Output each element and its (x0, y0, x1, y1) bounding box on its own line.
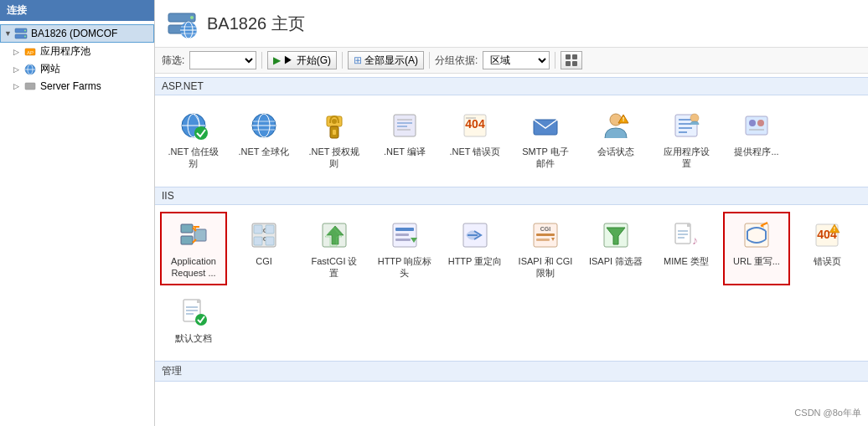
sidebar-item-apppool[interactable]: ▷ AP 应用程序池 (0, 43, 154, 60)
icons-grid-aspnet: .NET 信任级 别 .NET 全球化 .NET 授权规 则 .NET 编译 (155, 95, 868, 183)
icon-item-smtp[interactable]: SMTP 电子 邮件 (512, 102, 579, 177)
smtp-icon (529, 109, 562, 142)
icon-item-fastcgi[interactable]: FastCGI 设 置 (301, 212, 368, 286)
session-icon: ! (599, 109, 633, 142)
svg-rect-60 (194, 229, 206, 241)
svg-rect-58 (181, 224, 193, 233)
expand-arrow[interactable]: ▷ (13, 82, 22, 90)
show-all-button[interactable]: ⊞ 全部显示(A) (348, 51, 424, 69)
svg-rect-80 (536, 234, 555, 236)
svg-rect-9 (25, 83, 35, 90)
sidebar-item-label: 应用程序池 (40, 44, 90, 59)
svg-text:CGI: CGI (540, 226, 551, 232)
icon-item-mime[interactable]: ♪ MIME 类型 (653, 212, 720, 286)
sidebar-item-website[interactable]: ▷ 网站 (0, 60, 154, 78)
icon-item-default-doc[interactable]: 默认文档 (160, 289, 227, 351)
fastcgi-icon (318, 218, 351, 252)
svg-text:♪: ♪ (692, 234, 698, 247)
page-title: BA1826 主页 (207, 13, 305, 35)
svg-rect-21 (566, 61, 571, 66)
svg-text:!: ! (623, 115, 625, 123)
separator4 (555, 52, 555, 69)
separator3 (429, 52, 430, 69)
icon-item-http-response[interactable]: HTTP 响应标 头 (371, 212, 438, 286)
sidebar-item-serverfarms[interactable]: ▷ Server Farms (0, 78, 154, 95)
view-button[interactable] (561, 51, 582, 69)
svg-rect-87 (687, 223, 690, 227)
isapi-cgi-icon: CGI (529, 218, 562, 252)
icon-item-errors[interactable]: 404 ! 错误页 (793, 212, 860, 286)
main-area: BA1826 主页 筛选: ▶ ▶ 开始(G) ⊞ 全部显示(A) 分组依据: … (155, 0, 868, 426)
separator2 (342, 52, 343, 69)
icon-item-net-auth[interactable]: .NET 授权规 则 (301, 102, 368, 177)
arr-icon (177, 218, 210, 252)
start-button[interactable]: ▶ ▶ 开始(G) (267, 51, 337, 69)
icon-item-net-trust[interactable]: .NET 信任级 别 (160, 102, 227, 177)
icon-label-net-trust: .NET 信任级 别 (168, 146, 220, 170)
icon-item-provider[interactable]: 提供程序... (723, 102, 790, 177)
icon-item-appconfig[interactable]: 应用程序设 置 (653, 102, 720, 177)
icon-label-arr: Application Request ... (171, 255, 216, 280)
mime-icon: ♪ (669, 218, 703, 252)
sidebar-item-label: 网站 (40, 62, 60, 76)
icon-item-http-redirect[interactable]: HTTP 重定向 (442, 212, 509, 286)
icon-item-isapi-cgi[interactable]: CGI ISAPI 和 CGI 限制 (512, 212, 579, 286)
cgi-icon: CGI CGI (247, 218, 281, 252)
expand-arrow[interactable]: ▼ (4, 29, 13, 38)
sidebar: 连接 ▼ BA1826 (DOMCOF▷ AP 应用程序池▷ 网站▷ Serve… (0, 0, 155, 426)
expand-arrow[interactable]: ▷ (13, 65, 22, 74)
section-header-management: 管理 (155, 361, 868, 382)
section-iis: IIS Application Request ... CGI CGI CGI … (155, 187, 868, 358)
icon-item-net-globalization[interactable]: .NET 全球化 (230, 102, 297, 177)
svg-point-34 (332, 119, 337, 124)
toolbar: 筛选: ▶ ▶ 开始(G) ⊞ 全部显示(A) 分组依据: 区域 (155, 48, 868, 74)
section-aspnet: ASP.NET .NET 信任级 别 .NET 全球化 (155, 77, 868, 183)
svg-point-2 (24, 30, 26, 32)
icon-label-fastcgi: FastCGI 设 置 (311, 255, 357, 280)
icon-label-session: 会话状态 (597, 146, 634, 157)
net-errors-icon: 404 (458, 109, 492, 142)
icon-label-appconfig: 应用程序设 置 (664, 146, 710, 170)
default-doc-icon (177, 295, 210, 329)
filter-select[interactable] (189, 51, 256, 69)
svg-rect-81 (536, 239, 550, 241)
icons-grid-iis: Application Request ... CGI CGI CGI Fast… (155, 205, 868, 358)
website-icon (23, 63, 37, 76)
svg-rect-36 (394, 115, 416, 136)
net-auth-icon (318, 109, 351, 142)
sidebar-item-server[interactable]: ▼ BA1826 (DOMCOF (0, 24, 154, 43)
http-response-icon (388, 218, 421, 252)
svg-rect-59 (181, 236, 193, 244)
svg-rect-19 (566, 54, 571, 59)
svg-point-12 (190, 16, 194, 19)
icon-item-url-rewrite[interactable]: URL 重写... (723, 212, 790, 286)
svg-text:AP: AP (27, 50, 34, 55)
svg-rect-74 (395, 234, 409, 236)
net-trust-icon (177, 109, 210, 142)
icon-item-arr[interactable]: Application Request ... (160, 212, 227, 286)
separator1 (261, 52, 262, 69)
icon-item-net-errors[interactable]: 404 .NET 错误页 (442, 102, 509, 177)
icon-item-cgi[interactable]: CGI CGI CGI (230, 212, 297, 286)
icon-label-net-errors: .NET 错误页 (450, 146, 501, 157)
svg-rect-65 (254, 225, 262, 234)
svg-rect-66 (266, 225, 274, 234)
icon-label-net-compile: .NET 编译 (384, 146, 426, 157)
server-icon (14, 27, 28, 40)
title-bar: BA1826 主页 (155, 0, 868, 48)
isapi-filter-icon (599, 218, 633, 252)
watermark: CSDN @8o年单 (794, 407, 861, 419)
sidebar-item-label: Server Farms (40, 80, 101, 92)
icon-item-net-compile[interactable]: .NET 编译 (371, 102, 438, 177)
group-by-select[interactable]: 区域 (483, 51, 550, 69)
icon-label-http-redirect: HTTP 重定向 (448, 255, 503, 267)
icon-item-session[interactable]: ! 会话状态 (582, 102, 649, 177)
svg-point-55 (749, 120, 756, 126)
icon-item-isapi-filter[interactable]: ISAPI 筛选器 (582, 212, 649, 286)
svg-rect-75 (395, 239, 411, 241)
sidebar-item-label: BA1826 (DOMCOF (31, 28, 117, 39)
icon-label-isapi-filter: ISAPI 筛选器 (589, 255, 643, 267)
provider-icon (740, 109, 773, 142)
svg-rect-67 (254, 237, 262, 245)
expand-arrow[interactable]: ▷ (13, 48, 22, 56)
